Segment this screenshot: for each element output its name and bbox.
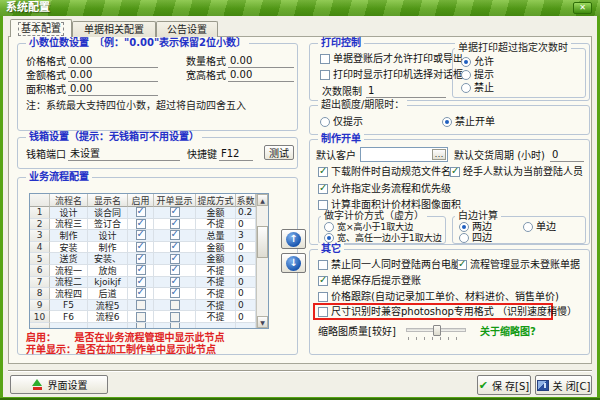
cell-display[interactable]: 谈合同 <box>88 207 128 219</box>
cell-enable[interactable] <box>128 300 154 312</box>
cell-mode[interactable]: 不提 <box>196 311 236 323</box>
show-checkbox[interactable] <box>170 323 180 329</box>
cell-mode[interactable]: 总量 <box>196 230 236 242</box>
cell-enable[interactable] <box>128 311 154 323</box>
customer-picker-button[interactable]: … <box>432 149 446 160</box>
show-checkbox[interactable] <box>170 312 180 322</box>
enable-checkbox[interactable] <box>136 265 146 275</box>
radio-over-forbid[interactable]: 禁止 <box>461 82 494 94</box>
enable-checkbox[interactable] <box>136 207 146 217</box>
cell-show[interactable] <box>154 230 196 242</box>
cell-name[interactable]: 流程四 <box>50 288 88 300</box>
cell-mode[interactable]: 金额 <box>196 253 236 265</box>
cell-name[interactable]: 送货 <box>50 253 88 265</box>
slider-thumb[interactable] <box>433 325 441 336</box>
cell-show[interactable] <box>154 323 196 329</box>
cell-coef[interactable]: 0 <box>236 311 256 323</box>
cell-display[interactable]: 流程5 <box>88 300 128 312</box>
save-button[interactable]: ✔ 保 存[S] <box>477 375 531 395</box>
cell-name[interactable]: F5 <box>50 300 88 312</box>
cell-enable[interactable] <box>128 242 154 254</box>
cell-enable[interactable] <box>128 230 154 242</box>
show-checkbox[interactable] <box>170 242 180 252</box>
about-thumbnail-link[interactable]: 关于缩略图? <box>480 326 536 338</box>
cell-display[interactable]: 安装、 <box>88 253 128 265</box>
row-number[interactable]: 8 <box>30 288 50 300</box>
show-checkbox[interactable] <box>170 254 180 264</box>
tab-announcement-config[interactable]: 公告设置 <box>156 21 218 37</box>
tab-document-config[interactable]: 单据相关配置 <box>72 21 156 37</box>
price-format-input[interactable]: 0.00 <box>68 54 158 68</box>
amount-format-input[interactable]: 0.00 <box>68 68 158 82</box>
cell-show[interactable] <box>154 277 196 289</box>
cell-name[interactable]: 流程三 <box>50 219 88 231</box>
row-number[interactable]: 3 <box>30 230 50 242</box>
default-customer-input[interactable]: … <box>360 147 448 162</box>
cell-display[interactable]: 流程6 <box>88 311 128 323</box>
cell-name[interactable]: 流程一 <box>50 265 88 277</box>
row-number[interactable]: 10 <box>30 311 50 323</box>
cell-enable[interactable] <box>128 277 154 289</box>
checkbox-default-operator[interactable]: 经手人默认为当前登陆人员 <box>450 166 583 178</box>
row-number[interactable]: 7 <box>30 277 50 289</box>
enable-checkbox[interactable] <box>136 254 146 264</box>
qty-format-input[interactable]: 0.00 <box>228 54 294 68</box>
cell-coef[interactable]: 0 <box>236 219 256 231</box>
radio-margin-one[interactable]: 单边 <box>523 221 556 233</box>
table-scrollbar[interactable]: ▲ ▼ <box>256 194 268 328</box>
cell-show[interactable] <box>154 288 196 300</box>
cell-enable[interactable] <box>128 253 154 265</box>
cell-coef[interactable]: 0 <box>236 288 256 300</box>
cell-show[interactable] <box>154 242 196 254</box>
row-number[interactable]: 6 <box>30 265 50 277</box>
cell-show[interactable] <box>154 207 196 219</box>
cell-display[interactable] <box>88 323 128 329</box>
cell-coef[interactable]: 0.2 <box>236 207 256 219</box>
interface-settings-button[interactable]: 界面设置 <box>10 375 108 394</box>
cell-show[interactable] <box>154 265 196 277</box>
cell-name[interactable]: 安装 <box>50 242 88 254</box>
cell-display[interactable]: kjoikjf <box>88 277 128 289</box>
checkbox-flow-unposted[interactable]: 流程管理显示未登账单据 <box>457 259 580 271</box>
show-checkbox[interactable] <box>170 277 180 287</box>
cell-name[interactable]: 设计 <box>50 207 88 219</box>
cashbox-port-input[interactable]: 未设置 <box>68 147 180 161</box>
area-format-input[interactable]: 0.00 <box>68 82 158 96</box>
thumbnail-quality-slider[interactable] <box>406 325 466 339</box>
cell-enable[interactable] <box>128 265 154 277</box>
checkbox-single-login[interactable]: 禁止同一人同时登陆两台电脑 <box>318 259 461 271</box>
move-row-down-button[interactable]: ↓ <box>281 253 306 273</box>
checkbox-printer-dialog[interactable]: 打印时显示打印机选择对话框 <box>320 69 463 81</box>
enable-checkbox[interactable] <box>136 323 146 329</box>
cell-mode[interactable]: 金额 <box>196 207 236 219</box>
cell-coef[interactable]: 0 <box>236 242 256 254</box>
scroll-up-icon[interactable]: ▲ <box>257 194 268 206</box>
checkbox-price-track[interactable]: 价格跟踪(自动记录加工单价、材料进价、销售单价) <box>318 291 559 303</box>
enable-checkbox[interactable] <box>136 312 146 322</box>
enable-checkbox[interactable] <box>136 300 146 310</box>
scrollbar-thumb[interactable] <box>257 226 268 258</box>
cell-coef[interactable]: 0 <box>236 253 256 265</box>
row-number[interactable]: 9 <box>30 300 50 312</box>
cell-coef[interactable]: 0 <box>236 265 256 277</box>
checkbox-allow-flow[interactable]: 允许指定业务流程和优先级 <box>318 183 451 195</box>
window-close-button[interactable]: ✕ <box>573 2 592 14</box>
show-checkbox[interactable] <box>170 265 180 275</box>
enable-checkbox[interactable] <box>136 277 146 287</box>
cell-coef[interactable]: 3 <box>236 230 256 242</box>
cell-display[interactable]: 放炮 <box>88 265 128 277</box>
checkbox-save-prompt[interactable]: 单据保存后提示登账 <box>318 275 421 287</box>
cell-show[interactable] <box>154 219 196 231</box>
cell-mode[interactable] <box>196 323 236 329</box>
cell-display[interactable]: 制作 <box>88 242 128 254</box>
cell-display[interactable]: 签订合 <box>88 219 128 231</box>
row-number[interactable]: 2 <box>30 219 50 231</box>
cell-name[interactable] <box>50 323 88 329</box>
cell-mode[interactable]: 不提 <box>196 219 236 231</box>
cell-coef[interactable]: 0 <box>236 300 256 312</box>
cell-show[interactable] <box>154 300 196 312</box>
radio-quota-prompt-only[interactable]: 仅提示 <box>320 116 363 128</box>
cell-name[interactable]: 流程二 <box>50 277 88 289</box>
close-button[interactable]: 关 闭[C] <box>535 375 592 395</box>
print-limit-input[interactable]: 1 <box>366 84 446 98</box>
